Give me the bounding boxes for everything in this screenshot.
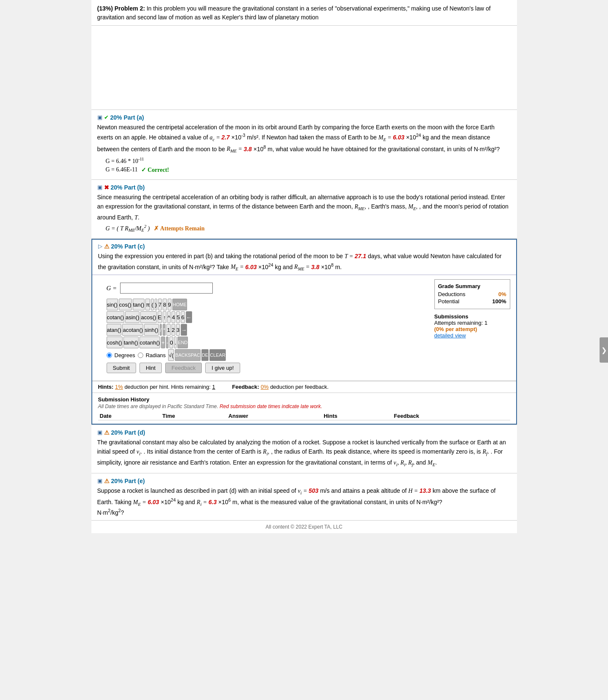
calc-tan[interactable]: tan() [133, 299, 145, 310]
part-b-header: ▣ ✖ 20% Part (b) [97, 184, 511, 191]
col-time: Time [161, 412, 227, 420]
calc-1[interactable]: 1 [166, 324, 170, 336]
calculator: sin() cos() tan() π ( ) 7 8 9 HOME cotan… [107, 299, 426, 373]
calc-up[interactable]: ↑ [163, 311, 166, 323]
calc-sqrt[interactable]: √( [168, 349, 174, 361]
part-a-rme-exp: 8 [263, 144, 266, 150]
sub-history-note: All Date times are displayed in Pacific … [98, 403, 510, 409]
per-attempt-label: (0% per attempt) [434, 326, 477, 332]
part-e-desc2: m/s and attains a peak altitude of [320, 487, 407, 494]
deductions-label: Deductions [438, 291, 466, 297]
g-input-row: G = [107, 283, 426, 294]
hints-section: Hints: 1% deduction per hint. Hints rema… [98, 384, 215, 390]
calc-sin[interactable]: sin() [107, 299, 118, 310]
part-c-ME-value: 6.03 [245, 263, 257, 270]
calc-right-arrow[interactable]: → [181, 324, 187, 336]
calc-row2: cotan() asin() acos() E ↑ ^ 4 5 6 ← [107, 311, 426, 323]
part-a-times: ×10 [231, 134, 241, 141]
part-e-Ri-exp: 6 [228, 497, 231, 502]
calc-0[interactable]: 0 [169, 337, 173, 348]
hint-button[interactable]: Hint [139, 363, 162, 373]
calc-rparen[interactable]: ) [155, 299, 157, 310]
calc-pi[interactable]: π [145, 299, 150, 310]
part-e-section: ▣ ⚠ 20% Part (e) Suppose a rocket is lau… [91, 473, 517, 521]
detailed-view-link[interactable]: detailed view [434, 332, 466, 339]
calc-home[interactable]: HOME [172, 299, 187, 310]
part-b-description: Since measuring the centripetal accelera… [97, 192, 511, 222]
part-a-check-icon: ✔ [104, 114, 109, 120]
part-e-vi-sym: vi = [298, 488, 309, 494]
calc-dot[interactable]: . [174, 337, 177, 348]
part-a-image-icon: ▣ [97, 114, 102, 120]
calc-sinh[interactable]: sinh() [144, 324, 159, 336]
calc-5[interactable]: 5 [176, 311, 180, 323]
part-c-T-value: 27.1 [355, 253, 366, 259]
part-b-t-var: T [134, 214, 138, 221]
calc-cotanh[interactable]: cotanh() [139, 337, 161, 348]
part-b-answer-row: G = ( T RME/ME2 ) ✗ Attempts Remain [106, 224, 511, 232]
feedback-text: deduction per feedback. [270, 384, 329, 390]
calc-8[interactable]: 8 [163, 299, 166, 310]
sub-history-header-row: Date Time Answer Hints Feedback [98, 412, 510, 420]
calc-minus[interactable]: - [166, 337, 169, 348]
calc-acotan[interactable]: acotan() [122, 324, 143, 336]
calc-left-arrow[interactable]: ← [186, 311, 192, 323]
radians-label: Radians [146, 352, 166, 358]
hints-remaining: 1 [212, 384, 215, 390]
degrees-label: Degrees [115, 352, 135, 358]
part-e-header: ▣ ⚠ 20% Part (e) [97, 478, 511, 484]
sidebar-handle[interactable]: ❯ [600, 337, 608, 363]
calc-divide[interactable]: / [160, 324, 162, 336]
part-c-T-sym: T = [345, 253, 355, 259]
calc-tanh[interactable]: tanh() [123, 337, 139, 348]
part-c-RME-value: 3.8 [311, 263, 319, 270]
col-date: Date [98, 412, 161, 420]
give-up-button[interactable]: I give up! [205, 363, 240, 373]
calc-clear[interactable]: CLEAR [209, 349, 226, 361]
calc-7[interactable]: 7 [158, 299, 162, 310]
calc-lparen[interactable]: ( [151, 299, 153, 310]
calc-plus[interactable]: + [161, 337, 165, 348]
radians-radio[interactable] [138, 353, 143, 358]
calc-atan[interactable]: atan() [107, 324, 122, 336]
part-c-RME-times: ×10 [321, 263, 331, 270]
calc-4[interactable]: 4 [171, 311, 175, 323]
part-d-Ri-sym: Ri [263, 449, 268, 455]
calc-2[interactable]: 2 [171, 324, 175, 336]
part-d-vars-sym: vi, Ri, Rf, [394, 460, 415, 466]
g-equals-label: G = [107, 285, 117, 292]
calc-9[interactable]: 9 [168, 299, 171, 310]
calc-3[interactable]: 3 [176, 324, 180, 336]
calc-asin[interactable]: asin() [125, 311, 140, 323]
part-d-desc5: and [416, 459, 426, 466]
calc-acos[interactable]: acos() [140, 311, 156, 323]
calc-cotan[interactable]: cotan() [107, 311, 124, 323]
degrees-radio[interactable] [107, 353, 112, 358]
footer-text: All content © 2022 Expert TA, LLC [265, 524, 343, 530]
calc-E[interactable]: E [158, 311, 162, 323]
part-a-answer1: G = 6.46 * 10-11 [106, 157, 511, 165]
calc-del[interactable]: DE [201, 349, 209, 361]
part-c-label-row: ▷ ⚠ 20% Part (c) [98, 243, 510, 250]
part-a-me-times: ×10 [406, 134, 416, 141]
hints-feedback-row: Hints: 1% deduction per hint. Hints rema… [92, 381, 516, 393]
part-c-RME-sym: RME = [294, 264, 311, 270]
part-b-rme-var: RME [354, 203, 364, 210]
part-e-units: N·m2/kg2? [97, 508, 511, 516]
submit-button[interactable]: Submit [107, 363, 136, 373]
calc-6[interactable]: 6 [181, 311, 185, 323]
detailed-view-row[interactable]: detailed view [434, 332, 510, 339]
calc-backspace[interactable]: BACKSPAC [175, 349, 201, 361]
part-c-desc1: Using the expression you entered in part… [98, 253, 343, 259]
calc-multiply[interactable]: * [163, 324, 166, 336]
part-a-section: ▣ ✔ 20% Part (a) Newton measured the cen… [91, 110, 517, 180]
part-e-ME-exp: 24 [171, 497, 176, 502]
problem-header: (13%) Problem 2: In this problem you wil… [91, 0, 517, 26]
calc-end[interactable]: END [177, 337, 188, 348]
calc-caret[interactable]: ^ [167, 311, 171, 323]
calc-cos[interactable]: cos() [119, 299, 132, 310]
part-b-image-icon: ▣ [97, 184, 102, 190]
degrees-radians-row: Degrees Radians [107, 352, 166, 358]
calc-cosh[interactable]: cosh() [107, 337, 123, 348]
g-answer-input[interactable] [120, 283, 213, 294]
